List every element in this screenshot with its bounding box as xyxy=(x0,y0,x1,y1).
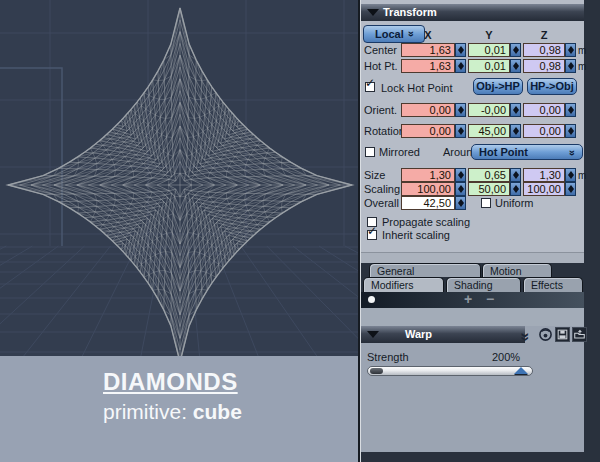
caption-title: DIAMONDS xyxy=(103,368,238,396)
scaling-x-field[interactable]: 100,00 xyxy=(401,182,455,196)
hotpt-unit: m xyxy=(578,61,586,72)
app-window: DIAMONDS primitive: cube Transform Local… xyxy=(0,0,600,462)
obj-to-hp-button[interactable]: Obj->HP xyxy=(473,78,523,95)
size-unit: m xyxy=(578,170,586,181)
caption-sub-regular: primitive: xyxy=(103,400,187,423)
save-icon[interactable] xyxy=(555,327,570,342)
orient-z-stepper[interactable] xyxy=(565,103,576,117)
add-modifier-button[interactable]: + xyxy=(464,292,472,307)
hotpt-y-field[interactable]: 0,01 xyxy=(468,59,510,73)
wireframe-diamond-mesh xyxy=(0,0,358,356)
animation-globe-icon[interactable] xyxy=(538,327,553,342)
orient-x-field[interactable]: 0,00 xyxy=(401,103,455,117)
tab-shading[interactable]: Shading xyxy=(446,277,521,292)
axis-header-x: X xyxy=(401,29,455,41)
lock-hot-point-label: Lock Hot Point xyxy=(381,82,453,94)
orient-label: Orient. xyxy=(364,104,397,116)
rotation-y-field[interactable]: 45,00 xyxy=(468,124,510,138)
size-z-stepper[interactable] xyxy=(565,168,576,182)
center-x-field[interactable]: 1,63 xyxy=(401,43,455,57)
scaling-y-field[interactable]: 50,00 xyxy=(468,182,510,196)
warp-title: Warp xyxy=(405,328,432,340)
modifier-enabled-dot[interactable] xyxy=(368,296,375,303)
strength-slider[interactable] xyxy=(367,366,533,376)
around-dropdown[interactable]: Hot Point« xyxy=(471,144,583,160)
size-y-stepper[interactable] xyxy=(510,168,521,182)
strength-label: Strength xyxy=(367,351,409,363)
transform-header[interactable]: Transform xyxy=(361,4,584,21)
uniform-checkbox[interactable]: ✓ xyxy=(481,198,491,208)
panel-bottom-strip xyxy=(361,452,584,462)
hotpt-x-field[interactable]: 1,63 xyxy=(401,59,455,73)
overall-field[interactable]: 42,50 xyxy=(401,196,455,210)
orient-x-stepper[interactable] xyxy=(455,103,466,117)
rotation-z-stepper[interactable] xyxy=(565,124,576,138)
center-y-stepper[interactable] xyxy=(510,43,521,57)
chevron-more-icon[interactable]: « xyxy=(515,333,533,342)
overall-stepper[interactable] xyxy=(455,196,466,210)
rotation-x-field[interactable]: 0,00 xyxy=(401,124,455,138)
hp-to-obj-button[interactable]: HP->Obj xyxy=(527,78,577,95)
scaling-label: Scaling xyxy=(364,183,400,195)
overall-label: Overall xyxy=(364,197,399,209)
chevron-down-icon: « xyxy=(564,150,578,156)
center-z-stepper[interactable] xyxy=(565,43,576,57)
caption-area: DIAMONDS primitive: cube xyxy=(0,356,358,462)
hotpt-x-stepper[interactable] xyxy=(455,59,466,73)
tab-effects[interactable]: Effects xyxy=(523,277,583,292)
caption-subtitle: primitive: cube xyxy=(103,400,242,424)
hotpt-z-stepper[interactable] xyxy=(565,59,576,73)
center-z-field[interactable]: 0,98 xyxy=(523,43,565,57)
warp-title-bar[interactable]: Warp xyxy=(361,326,525,343)
orient-z-field[interactable]: 0,00 xyxy=(523,103,565,117)
rotation-x-stepper[interactable] xyxy=(455,124,466,138)
tab-motion[interactable]: Motion xyxy=(482,263,552,277)
collapse-triangle-icon[interactable] xyxy=(367,331,379,338)
axis-header-y: Y xyxy=(468,29,510,41)
propagate-scaling-label: Propagate scaling xyxy=(382,216,470,228)
load-icon[interactable] xyxy=(572,327,587,342)
slider-handle[interactable] xyxy=(514,367,528,374)
inherit-scaling-checkbox[interactable]: ✓ xyxy=(367,230,377,240)
scaling-y-stepper[interactable] xyxy=(510,182,521,196)
uniform-label: Uniform xyxy=(495,197,534,209)
scaling-z-stepper[interactable] xyxy=(565,182,576,196)
size-x-stepper[interactable] xyxy=(455,168,466,182)
center-y-field[interactable]: 0,01 xyxy=(468,43,510,57)
rotation-label: Rotation xyxy=(364,125,405,137)
center-label: Center xyxy=(364,44,397,56)
tab-general[interactable]: General xyxy=(369,263,481,277)
orient-y-stepper[interactable] xyxy=(510,103,521,117)
lock-hot-point-checkbox[interactable]: ✓ xyxy=(365,82,375,92)
hotpt-label: Hot Pt. xyxy=(364,60,398,72)
tab-modifiers[interactable]: Modifiers xyxy=(363,277,444,292)
orient-y-field[interactable]: -0,00 xyxy=(468,103,510,117)
section-divider xyxy=(361,252,584,263)
modifier-list-area xyxy=(361,308,584,326)
axis-header-z: Z xyxy=(523,29,565,41)
modifier-list-bar: + − xyxy=(361,292,584,308)
scaling-z-field[interactable]: 100,00 xyxy=(523,182,565,196)
transform-title: Transform xyxy=(383,6,437,18)
caption-sub-bold: cube xyxy=(193,400,242,423)
tabs-section: General Motion Modifiers Shading Effects… xyxy=(361,263,584,308)
center-x-stepper[interactable] xyxy=(455,43,466,57)
size-label: Size xyxy=(364,169,385,181)
strength-value: 200% xyxy=(492,351,520,363)
slider-min-handle[interactable] xyxy=(370,368,383,374)
scaling-x-stepper[interactable] xyxy=(455,182,466,196)
hotpt-y-stepper[interactable] xyxy=(510,59,521,73)
properties-panel: Transform Local « X Y Z Center 1,63 0,01… xyxy=(358,0,600,462)
size-x-field[interactable]: 1,30 xyxy=(401,168,455,182)
transform-section: Transform Local « X Y Z Center 1,63 0,01… xyxy=(361,0,584,252)
hotpt-z-field[interactable]: 0,98 xyxy=(523,59,565,73)
viewport-3d[interactable] xyxy=(0,0,358,356)
panel-left-border xyxy=(358,0,361,462)
mirrored-checkbox[interactable]: ✓ xyxy=(365,147,375,157)
rotation-y-stepper[interactable] xyxy=(510,124,521,138)
size-y-field[interactable]: 0,65 xyxy=(468,168,510,182)
collapse-triangle-icon[interactable] xyxy=(367,9,379,16)
size-z-field[interactable]: 1,30 xyxy=(523,168,565,182)
remove-modifier-button[interactable]: − xyxy=(486,292,494,307)
rotation-z-field[interactable]: 0,00 xyxy=(523,124,565,138)
